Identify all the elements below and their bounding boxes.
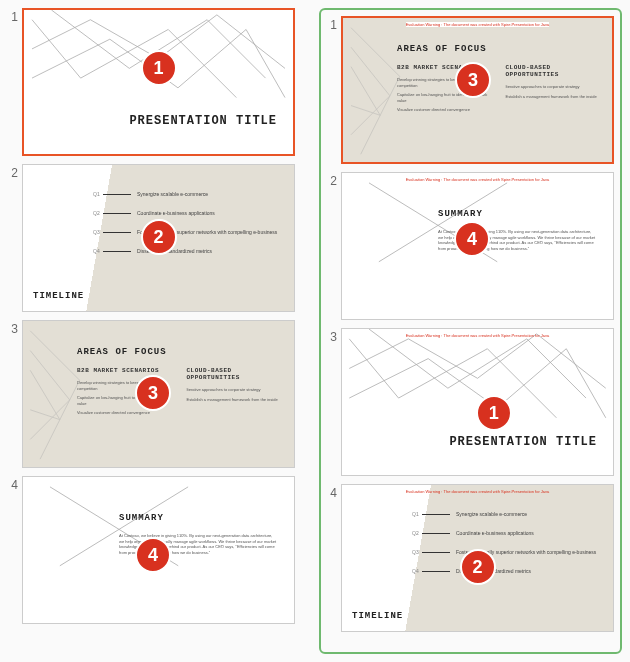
- slide-thumbnail-areas[interactable]: Evaluation Warning : The document was cr…: [341, 16, 614, 164]
- left-slides-panel: 1 PRESENTATION TITLE 1 2 Q1Synergize sca…: [8, 8, 295, 654]
- evaluation-warning: Evaluation Warning : The document was cr…: [382, 333, 573, 338]
- order-badge: 2: [460, 549, 496, 585]
- geometric-lines-icon: [342, 329, 613, 475]
- slide-thumbnail-title[interactable]: Evaluation Warning : The document was cr…: [341, 328, 614, 476]
- slide-row: 1 PRESENTATION TITLE 1: [8, 8, 295, 156]
- slide-number: 3: [327, 328, 337, 344]
- slide-number: 4: [327, 484, 337, 500]
- slide-thumbnail-summary[interactable]: SUMMARY At Contoso, we believe in giving…: [22, 476, 295, 624]
- slide-row: 4 SUMMARY At Contoso, we believe in givi…: [8, 476, 295, 624]
- order-badge: 3: [135, 375, 171, 411]
- evaluation-warning: Evaluation Warning : The document was cr…: [383, 22, 572, 27]
- slide-number: 2: [8, 164, 18, 180]
- slide-number: 2: [327, 172, 337, 188]
- presentation-title-text: PRESENTATION TITLE: [449, 435, 597, 449]
- areas-columns: B2B MARKET SCENARIOS Develop winning str…: [397, 64, 598, 117]
- slide-row: 1 Evaluation Warning : The document was …: [327, 16, 614, 164]
- slide-row: 2 Evaluation Warning : The document was …: [327, 172, 614, 320]
- slide-row: 2 Q1Synergize scalable e-commerce Q2Coor…: [8, 164, 295, 312]
- slide-number: 1: [8, 8, 18, 24]
- order-badge: 2: [141, 219, 177, 255]
- timeline-heading: TIMELINE: [33, 291, 84, 301]
- summary-heading: SUMMARY: [119, 513, 164, 523]
- presentation-title-text: PRESENTATION TITLE: [129, 114, 277, 128]
- timeline-items: Q1Synergize scalable e-commerce Q2Coordi…: [93, 191, 284, 267]
- areas-columns: B2B MARKET SCENARIOS Develop winning str…: [77, 367, 280, 420]
- evaluation-warning: Evaluation Warning : The document was cr…: [382, 489, 573, 494]
- timeline-heading: TIMELINE: [352, 611, 403, 621]
- summary-heading: SUMMARY: [438, 209, 483, 219]
- order-badge: 1: [141, 50, 177, 86]
- evaluation-warning: Evaluation Warning : The document was cr…: [382, 177, 573, 182]
- order-badge: 1: [476, 395, 512, 431]
- slide-thumbnail-summary[interactable]: Evaluation Warning : The document was cr…: [341, 172, 614, 320]
- timeline-items: Q1Synergize scalable e-commerce Q2Coordi…: [412, 511, 603, 587]
- slide-row: 3 Evaluation Warning : The document was …: [327, 328, 614, 476]
- order-badge: 4: [454, 221, 490, 257]
- slide-row: 3 AREAS OF FOCUS B2B MARKET SCENARIOS De…: [8, 320, 295, 468]
- slide-thumbnail-timeline[interactable]: Q1Synergize scalable e-commerce Q2Coordi…: [22, 164, 295, 312]
- slide-thumbnail-areas[interactable]: AREAS OF FOCUS B2B MARKET SCENARIOS Deve…: [22, 320, 295, 468]
- slide-number: 1: [327, 16, 337, 32]
- order-badge: 3: [455, 62, 491, 98]
- areas-heading: AREAS OF FOCUS: [397, 44, 487, 54]
- slide-number: 4: [8, 476, 18, 492]
- slide-thumbnail-title[interactable]: PRESENTATION TITLE 1: [22, 8, 295, 156]
- order-badge: 4: [135, 537, 171, 573]
- slide-row: 4 Evaluation Warning : The document was …: [327, 484, 614, 632]
- right-slides-panel: 1 Evaluation Warning : The document was …: [319, 8, 622, 654]
- areas-heading: AREAS OF FOCUS: [77, 347, 167, 357]
- slide-thumbnail-timeline[interactable]: Evaluation Warning : The document was cr…: [341, 484, 614, 632]
- slide-number: 3: [8, 320, 18, 336]
